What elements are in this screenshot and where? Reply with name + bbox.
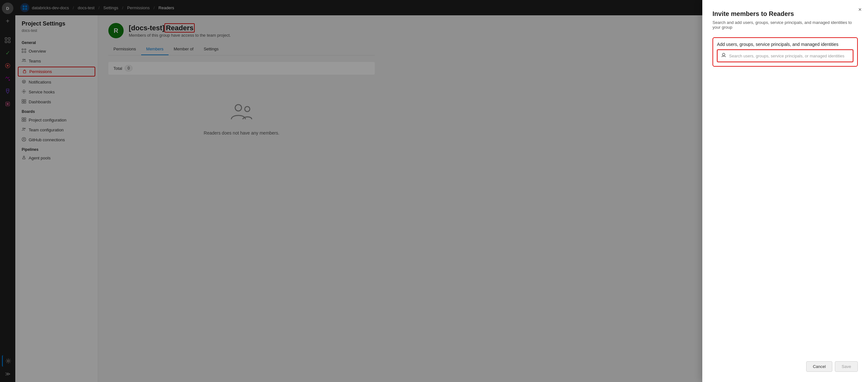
svg-point-42 (722, 53, 725, 56)
modal-title: Invite members to Readers (713, 10, 858, 18)
modal-subtitle: Search and add users, groups, service pr… (713, 20, 858, 30)
modal-footer: Cancel Save (713, 354, 858, 372)
save-button[interactable]: Save (835, 361, 858, 372)
invite-modal: Invite members to Readers Search and add… (702, 0, 868, 382)
search-section: Add users, groups, service principals, a… (713, 37, 858, 67)
modal-overlay: Invite members to Readers Search and add… (0, 0, 868, 382)
cancel-button[interactable]: Cancel (806, 361, 832, 372)
search-section-label: Add users, groups, service principals, a… (717, 42, 853, 47)
modal-close-btn[interactable]: × (858, 6, 862, 13)
search-person-icon (721, 53, 726, 59)
search-users-input[interactable] (729, 54, 849, 58)
search-box (717, 50, 853, 62)
